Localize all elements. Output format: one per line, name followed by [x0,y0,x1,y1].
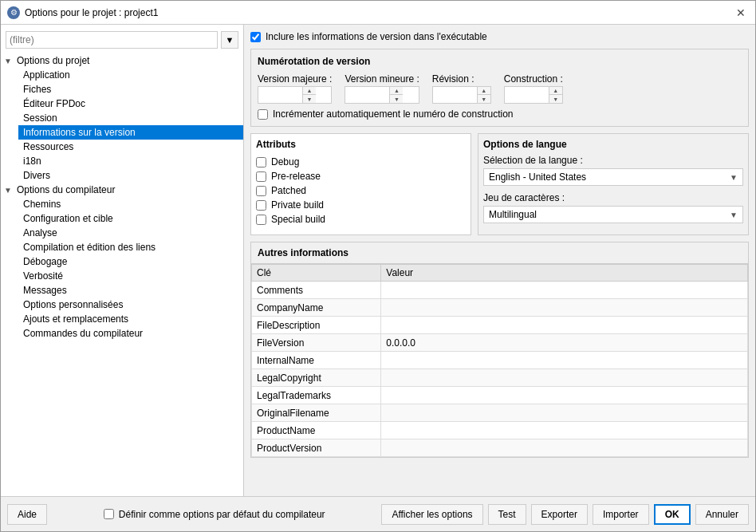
default-options-checkbox[interactable] [104,509,114,519]
attr-patched-label: Patched [271,185,306,196]
construction-up[interactable]: ▲ [549,87,562,95]
sidebar-item-verbosite[interactable]: Verbosité [18,269,243,283]
table-cell-value[interactable] [381,282,748,299]
main-content: ▼ ▼ Options du projet Application Fiches… [1,25,755,496]
footer-left: Aide [7,504,47,525]
version-mineure-spinbox-buttons: ▲ ▼ [389,87,403,103]
lang-selection-dropdown[interactable]: English - United States ▼ [483,168,743,186]
other-info-box: Autres informations Clé Valeur CommentsC… [250,242,749,458]
sidebar-item-session[interactable]: Session [18,111,243,125]
version-numbering-section: Numérotation de version Version majeure … [250,49,749,127]
sidebar-item-options-perso[interactable]: Options personnalisées [18,298,243,312]
sidebar-item-chemins[interactable]: Chemins [18,197,243,211]
table-row: FileVersion0.0.0.0 [252,334,748,352]
revision-down[interactable]: ▼ [478,95,490,103]
construction-input[interactable]: 0 [505,87,549,103]
attr-patched: Patched [256,183,466,198]
tree-group-compiler-header[interactable]: ▼ Options du compilateur [1,183,243,197]
attributes-lang-row: Attributs Debug Pre-release Patched [250,133,749,235]
version-mineure-field: Version mineure : 0 ▲ ▼ [345,73,419,104]
lang-dropdown-arrow-icon: ▼ [730,173,738,182]
revision-spinbox: 0 ▲ ▼ [432,86,491,104]
search-button[interactable]: ▼ [221,31,238,49]
sidebar-item-fiches[interactable]: Fiches [18,82,243,97]
include-version-checkbox[interactable] [250,32,261,42]
sidebar-item-application[interactable]: Application [18,68,243,82]
default-options-row: Définir comme options par défaut du comp… [104,509,325,520]
charset-dropdown[interactable]: Multilingual ▼ [483,206,743,223]
tree-group-compiler-label: Options du compilateur [17,184,115,195]
test-button[interactable]: Test [488,504,526,525]
table-cell-value[interactable] [381,317,748,334]
window-title: Options pour le projet : project1 [25,7,158,18]
table-cell-value[interactable] [381,422,748,439]
tree-group-project-header[interactable]: ▼ Options du projet [1,53,243,68]
sidebar-item-version-info[interactable]: Informations sur la version [18,125,243,140]
table-row: ProductName [252,422,748,439]
table-cell-value[interactable] [381,439,748,457]
table-cell-value[interactable] [381,352,748,369]
version-mineure-spinbox: 0 ▲ ▼ [345,86,419,104]
attr-prerelease-checkbox[interactable] [256,171,266,182]
charset-label: Jeu de caractères : [483,192,743,203]
search-input[interactable] [6,31,218,49]
footer: Aide Définir comme options par défaut du… [1,496,755,531]
sidebar-item-debogage[interactable]: Débogage [18,254,243,269]
construction-down[interactable]: ▼ [549,95,562,103]
version-majeure-spinbox-buttons: ▲ ▼ [302,87,316,103]
sidebar-item-compilation[interactable]: Compilation et édition des liens [18,240,243,254]
construction-field: Construction : 0 ▲ ▼ [504,73,563,104]
table-cell-key: FileDescription [252,317,381,334]
version-majeure-input[interactable]: 0 [258,87,302,103]
tree-group-project: ▼ Options du projet Application Fiches É… [1,53,243,183]
construction-spinbox: 0 ▲ ▼ [504,86,563,104]
sidebar-item-messages[interactable]: Messages [18,283,243,298]
table-cell-key: CompanyName [252,299,381,317]
version-majeure-spinbox: 0 ▲ ▼ [258,86,332,104]
attr-private-build-checkbox[interactable] [256,200,266,211]
sidebar: ▼ ▼ Options du projet Application Fiches… [1,25,244,496]
aide-button[interactable]: Aide [7,504,47,525]
import-button[interactable]: Importer [593,504,649,525]
revision-input[interactable]: 0 [433,87,477,103]
sidebar-item-commandes[interactable]: Commandes du compilateur [18,326,243,341]
attr-special-build-checkbox[interactable] [256,215,266,225]
attr-debug-checkbox[interactable] [256,157,266,167]
cancel-button[interactable]: Annuler [695,504,749,525]
table-cell-value[interactable] [381,369,748,387]
sidebar-item-editeur[interactable]: Éditeur FPDoc [18,97,243,111]
search-bar: ▼ [1,28,243,52]
lang-box: Options de langue Sélection de la langue… [478,133,749,235]
version-mineure-up[interactable]: ▲ [390,87,403,95]
ok-button[interactable]: OK [654,504,691,525]
version-majeure-down[interactable]: ▼ [303,95,316,103]
table-cell-value[interactable] [381,299,748,317]
footer-right: Afficher les options Test Exporter Impor… [381,504,749,525]
sidebar-item-analyse[interactable]: Analyse [18,226,243,240]
table-cell-value[interactable]: 0.0.0.0 [381,334,748,352]
close-button[interactable]: ✕ [733,5,749,21]
version-mineure-down[interactable]: ▼ [390,95,403,103]
sidebar-item-config[interactable]: Configuration et cible [18,211,243,226]
revision-up[interactable]: ▲ [478,87,490,95]
attr-private-build: Private build [256,198,466,212]
auto-increment-checkbox[interactable] [258,109,268,120]
sidebar-item-i18n[interactable]: i18n [18,154,243,168]
tree: ▼ Options du projet Application Fiches É… [1,52,243,493]
revision-field: Révision : 0 ▲ ▼ [432,73,491,104]
sidebar-item-ajouts[interactable]: Ajouts et remplacements [18,312,243,326]
show-options-button[interactable]: Afficher les options [381,504,482,525]
table-cell-value[interactable] [381,387,748,404]
window-icon: ⚙ [7,6,20,19]
table-row: CompanyName [252,299,748,317]
auto-increment-label: Incrémenter automatiquement le numéro de… [273,108,514,120]
version-mineure-input[interactable]: 0 [345,87,389,103]
table-cell-value[interactable] [381,404,748,422]
construction-spinbox-buttons: ▲ ▼ [549,87,562,103]
export-button[interactable]: Exporter [531,504,588,525]
version-majeure-up[interactable]: ▲ [303,87,316,95]
sidebar-item-ressources[interactable]: Ressources [18,140,243,154]
attr-special-build: Special build [256,212,466,227]
attr-patched-checkbox[interactable] [256,186,266,196]
sidebar-item-divers[interactable]: Divers [18,168,243,183]
